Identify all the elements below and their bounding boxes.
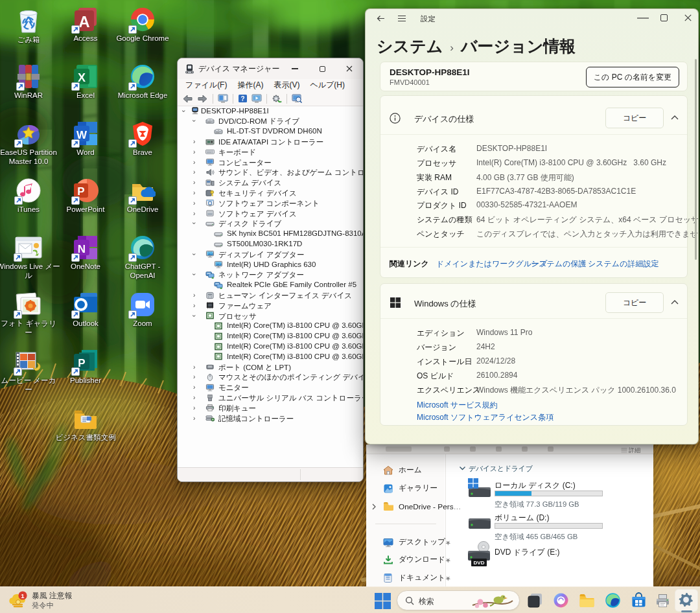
svg-text:A: A xyxy=(78,13,89,30)
svg-text:1: 1 xyxy=(21,592,25,599)
svg-text:DVD: DVD xyxy=(474,560,485,566)
svg-text:?: ? xyxy=(240,95,244,102)
